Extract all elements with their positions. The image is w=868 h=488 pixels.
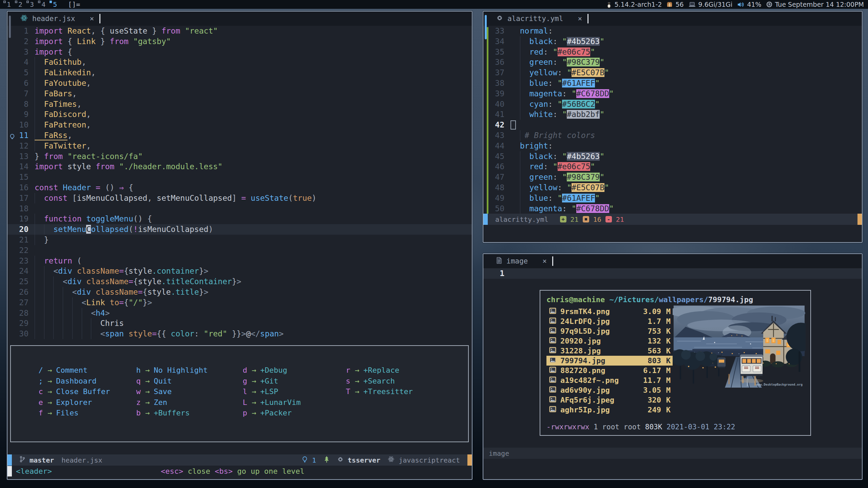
code-editor-right[interactable]: 33 normal:34 black: "#4b5263"35 red: "#e… (483, 26, 862, 214)
whichkey-item[interactable]: c→Close Buffer (38, 386, 136, 397)
code-line: 14import style from "./header.module.les… (7, 161, 472, 172)
git-branch[interactable]: master (30, 456, 54, 464)
code-line: 4 FaGithub, (7, 57, 472, 67)
whichkey-item[interactable]: e→Explorer (38, 397, 136, 408)
filetype-label: javascriptreact (399, 456, 460, 464)
code-line: 8 FaTimes, (7, 99, 472, 110)
whichkey-item[interactable]: b→+Buffers (136, 408, 242, 418)
whichkey-item[interactable]: l→+LSP (242, 386, 345, 397)
workspace-1[interactable]: 1 (3, 0, 15, 8)
close-icon[interactable]: × (90, 15, 94, 23)
file-row[interactable]: ad6v90y.jpg3.05M (546, 385, 673, 395)
whichkey-column-3: d→+Debugg→+Gitl→+LSPL→+LunarVimp→+Packer (242, 365, 345, 442)
file-row[interactable]: AFq5r6j.jpeg320K (546, 395, 673, 405)
whichkey-item[interactable]: L→+LunarVim (242, 397, 345, 408)
file-owner: 1 root root (589, 423, 645, 431)
path-file: 799794.jpg (708, 295, 753, 304)
lsp-server[interactable]: tsserver (348, 456, 380, 464)
layout-symbol[interactable]: []= (68, 0, 80, 8)
code-line: 9 FaDiscord, (7, 109, 472, 120)
code-line: 49 blue: "#61AFEF" (483, 193, 862, 203)
tab-header-jsx[interactable]: header.jsx × (20, 14, 94, 23)
whichkey-item[interactable]: s→+Search (345, 376, 413, 387)
code-line: 21 } (7, 235, 472, 245)
whichkey-item[interactable]: z→Zen (136, 397, 242, 408)
code-line: 19 function toggleMenu() { (7, 214, 472, 224)
code-line: 39 magenta: "#C678DD" (483, 89, 862, 99)
image-file-icon (549, 307, 560, 316)
statusline-end-block (857, 214, 862, 225)
whichkey-item[interactable]: g→+Git (242, 376, 345, 387)
whichkey-item[interactable]: p→+Packer (242, 408, 345, 418)
code-line: 46 red: "#e06c75" (483, 161, 862, 172)
clock-icon (766, 1, 772, 7)
code-line: 26 <div className={style.title}> (7, 287, 472, 297)
workspace-list: 12345 []= (0, 0, 80, 8)
code-line: 1import React, { useState } from "react" (7, 26, 472, 36)
tab-label: image (506, 257, 528, 265)
file-row[interactable]: 97q9L5D.jpg753K (546, 326, 673, 336)
code-line: 17 const [isMenuCollapsed, setMenuCollap… (7, 193, 472, 203)
tabbar-right-top: alacritty.yml × (483, 12, 862, 26)
whichkey-item[interactable]: ;→Dashboard (38, 376, 136, 387)
code-line: 5 FaLinkedin, (7, 67, 472, 78)
file-row[interactable]: 799794.jpg803K (546, 356, 673, 366)
file-perms: -rwxrwxrwx (546, 423, 589, 431)
document-icon (496, 257, 502, 266)
git-changed-icon (583, 216, 589, 222)
current-line[interactable]: 1 (483, 268, 862, 279)
code-line: 6 FaYoutube, (7, 78, 472, 89)
wallpaper-preview-image: www.DesktopBackground.org (673, 306, 806, 388)
code-line: 45 black: "#4b5263" (483, 151, 862, 162)
file-row[interactable]: aghr5Ip.jpg249K (546, 405, 673, 415)
diagnostics-count[interactable]: 1 (312, 456, 316, 464)
code-editor-left[interactable]: 1import React, { useState } from "react"… (7, 26, 472, 339)
statusline-label: image (489, 449, 509, 457)
git-added-icon: + (560, 216, 566, 222)
file-row[interactable]: 31228.jpg563K (546, 346, 673, 356)
package-icon (667, 1, 673, 7)
file-row[interactable]: 9rsmTK4.png3.09M (546, 307, 673, 316)
path-dir: wallpapers/ (659, 295, 708, 304)
filemanager-box: chris@machine ~/Pictures/wallpapers/7997… (540, 290, 811, 436)
whichkey-item[interactable]: f→Files (38, 408, 136, 418)
whichkey-item[interactable]: T→+Treesitter (345, 386, 413, 397)
status-volume: 41% (737, 1, 761, 8)
workspace-5[interactable]: 5 (50, 0, 61, 8)
close-icon[interactable]: × (542, 257, 547, 265)
file-info: -rwxrwxrwx 1 root root 803K 2021-03-01 2… (546, 423, 735, 431)
image-file-icon (549, 337, 560, 345)
git-changed-count: 16 (593, 215, 601, 223)
cmdline-cursor-block (7, 466, 12, 476)
whichkey-item[interactable]: w→Save (136, 386, 242, 397)
file-size: 803K (645, 423, 662, 431)
statusline-right-top: alacritty.yml + 21 16 - 21 (483, 214, 862, 225)
whichkey-item[interactable]: r→+Replace (345, 365, 413, 376)
workspace-2[interactable]: 2 (15, 0, 26, 8)
file-row[interactable]: 882720.png6.17M (546, 366, 673, 375)
status-package: 56 (667, 1, 683, 8)
file-row[interactable]: 24LrDFQ.jpg1.7M (546, 316, 673, 326)
close-icon[interactable]: × (578, 15, 582, 23)
user-host: chris@machine (546, 295, 605, 304)
mode-indicator (483, 214, 488, 225)
workspace-3[interactable]: 3 (26, 0, 38, 8)
react-filetype-icon (388, 456, 394, 464)
file-row[interactable]: 20920.jpg132K (546, 336, 673, 346)
code-line: 47 green: "#98C379" (483, 172, 862, 182)
tab-image[interactable]: image × (496, 257, 547, 266)
whichkey-item[interactable]: h→No Highlight (136, 365, 242, 376)
whichkey-item[interactable]: d→+Debug (242, 365, 345, 376)
code-line: 43 # Bright colors (483, 130, 862, 141)
statusline-image: image (483, 448, 862, 459)
workspace-4[interactable]: 4 (38, 0, 50, 8)
tab-alacritty-yml[interactable]: alacritty.yml × (496, 15, 582, 23)
cmdline-left[interactable]: <leader> <esc> close <bs> go up one leve… (7, 466, 472, 477)
whichkey-item[interactable]: q→Quit (136, 376, 242, 387)
statusline-end-block (467, 454, 472, 466)
code-line: 2import { Link } from "gatsby" (7, 36, 472, 47)
file-row[interactable]: a19c482f~.png11.7M (546, 375, 673, 385)
whichkey-item[interactable]: /→Comment (38, 365, 136, 376)
image-file-icon (549, 386, 560, 394)
editor-window-left: header.jsx × 1import React, { useState }… (7, 11, 472, 480)
